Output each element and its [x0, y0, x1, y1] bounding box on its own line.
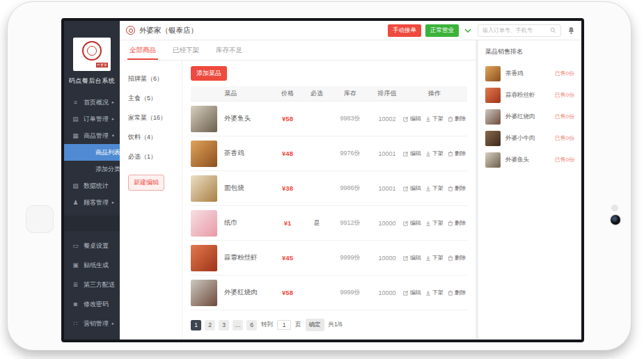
dish-price: ¥48	[271, 150, 304, 157]
sidebar-menu-item[interactable]: 添加分类	[64, 161, 120, 177]
chevron-icon: ▸	[112, 99, 114, 105]
dish-photo	[485, 88, 501, 103]
bell-icon[interactable]	[567, 26, 575, 35]
trash-icon	[448, 116, 453, 122]
sidebar-menu-item[interactable]: 商品列表	[64, 144, 120, 161]
table-row: 外婆鱼头 ¥58 9983份 10002 编辑	[191, 102, 467, 136]
sidebar-menu-item[interactable]: ▭ 餐桌设置	[64, 236, 120, 255]
table-row: 外婆红烧肉 ¥58 9999份 10000 编	[191, 276, 467, 310]
dish-name: 外婆小牛肉	[505, 134, 550, 143]
sidebar: 外婆家 码点餐后台系统 ≡ 首页概况 ▸ ▤ 订单管理 ▸ ▦ 商品管理 ▾	[64, 21, 120, 340]
edit-action[interactable]: 编辑	[403, 184, 421, 192]
dish-stock: 9976份	[329, 149, 371, 158]
sold-count: 已售0份	[555, 156, 574, 163]
top-bar-controls: 手动接单 正常营业	[384, 24, 575, 37]
col-header-actions: 操作	[403, 89, 467, 98]
arrow-down-icon	[425, 186, 431, 191]
menu-icon: ▨	[72, 182, 79, 189]
offshelf-action[interactable]: 下架	[425, 150, 443, 157]
page-button[interactable]: 3	[219, 320, 229, 330]
trash-icon	[448, 290, 453, 296]
menu-icon: ▭	[72, 242, 79, 249]
menu-label: 商品管理	[84, 131, 109, 141]
goods-tab[interactable]: 全部商品	[129, 40, 156, 60]
dish-photo	[191, 210, 217, 237]
sidebar-menu-item[interactable]: ♟ 顾客管理 ▸	[64, 194, 120, 211]
col-header-price: 价格	[271, 89, 304, 98]
category-column: 招牌菜（6）主食（5）家常菜（16）饮料（4）必选（1） 新建编辑	[120, 61, 182, 340]
dish-name: 蒜蓉粉丝虾	[224, 253, 258, 262]
dish-sort-value: 10001	[371, 185, 403, 192]
ranking-item: 蒜蓉粉丝虾 已售0份	[485, 84, 574, 106]
sidebar-menu-item[interactable]: ≣ 第三方配送	[64, 275, 120, 294]
store-name: 外婆家（银泰店）	[139, 26, 198, 35]
edit-action[interactable]: 编辑	[403, 219, 421, 227]
goods-tab[interactable]: 已经下架	[173, 40, 199, 60]
sidebar-menu-item[interactable]: ∷ 营销管理 ▸	[64, 314, 120, 333]
offshelf-action[interactable]: 下架	[425, 254, 443, 262]
business-status-button[interactable]: 正常营业	[425, 24, 459, 37]
dish-name: 茶香鸡	[224, 149, 244, 158]
goods-tab[interactable]: 库存不足	[216, 40, 242, 60]
ranking-item: 茶香鸡 已售0份	[485, 63, 574, 84]
category-item[interactable]: 主食（5）	[120, 88, 182, 108]
delete-action[interactable]: 删除	[448, 150, 466, 157]
sidebar-menu-item[interactable]: ▦ 商品管理 ▾	[64, 127, 120, 144]
home-button[interactable]	[26, 205, 54, 233]
sidebar-menu-item[interactable]: ≡ 首页概况 ▸	[64, 94, 120, 111]
chevron-down-icon[interactable]	[464, 29, 471, 33]
offshelf-action[interactable]: 下架	[425, 219, 443, 227]
ranking-item: 外婆小牛肉 已售0份	[485, 127, 574, 149]
menu-icon: ◙	[72, 301, 79, 308]
category-item[interactable]: 饮料（4）	[120, 127, 182, 147]
sidebar-menu-item[interactable]: ▤ 订单管理 ▸	[64, 111, 120, 127]
category-item[interactable]: 家常菜（16）	[120, 108, 182, 127]
sidebar-menu-item[interactable]: ▣ 贴纸生成	[64, 255, 120, 275]
sidebar-divider	[64, 216, 120, 231]
page-button[interactable]: 6	[246, 320, 257, 330]
menu-label: 商品列表	[95, 148, 120, 157]
menu-label: 顾客管理	[84, 198, 109, 207]
dish-name: 面包烧	[224, 184, 244, 193]
add-dish-button[interactable]: 添加菜品	[191, 66, 227, 81]
menu-icon: ▦	[72, 132, 79, 139]
delete-action[interactable]: 删除	[448, 184, 466, 192]
offshelf-action[interactable]: 下架	[425, 289, 443, 296]
menu-icon: ▤	[72, 115, 79, 122]
sidebar-menu-item[interactable]: ◙ 修改密码	[64, 294, 120, 314]
delete-action[interactable]: 删除	[448, 219, 466, 227]
edit-action[interactable]: 编辑	[403, 289, 421, 296]
offshelf-action[interactable]: 下架	[425, 115, 443, 122]
dish-name: 茶香鸡	[505, 70, 550, 78]
delete-action[interactable]: 删除	[448, 115, 466, 122]
delete-action[interactable]: 删除	[448, 289, 466, 296]
chevron-icon: ▾	[112, 133, 114, 138]
delete-action[interactable]: 删除	[448, 254, 466, 262]
pagination-pages: 123…6	[191, 320, 257, 330]
dish-sort-value: 10000	[371, 220, 403, 227]
category-item[interactable]: 招牌菜（6）	[120, 69, 182, 88]
page-button[interactable]: …	[233, 320, 243, 330]
edit-icon	[403, 255, 409, 261]
new-edit-button[interactable]: 新建编辑	[128, 175, 164, 191]
col-header-dish: 菜品	[191, 89, 271, 98]
chevron-icon: ▸	[112, 321, 114, 326]
edit-action[interactable]: 编辑	[403, 115, 421, 122]
order-search-input[interactable]	[482, 27, 550, 33]
dish-photo	[485, 131, 501, 146]
goto-page-input[interactable]	[277, 320, 291, 330]
page-button[interactable]: 2	[205, 320, 215, 330]
confirm-button[interactable]: 确定	[306, 319, 324, 331]
dish-name: 外婆鱼头	[224, 114, 251, 123]
sold-count: 已售0份	[555, 113, 574, 120]
dish-name: 外婆鱼头	[505, 156, 550, 164]
offshelf-action[interactable]: 下架	[425, 184, 443, 192]
category-item[interactable]: 必选（1）	[120, 147, 182, 166]
edit-icon	[403, 290, 409, 296]
menu-icon: ≣	[72, 281, 79, 288]
sidebar-menu-item[interactable]: ▨ 数据统计	[64, 177, 120, 194]
edit-action[interactable]: 编辑	[403, 150, 421, 157]
page-button[interactable]: 1	[191, 320, 201, 330]
manual-order-button[interactable]: 手动接单	[388, 24, 421, 37]
edit-action[interactable]: 编辑	[403, 254, 421, 262]
